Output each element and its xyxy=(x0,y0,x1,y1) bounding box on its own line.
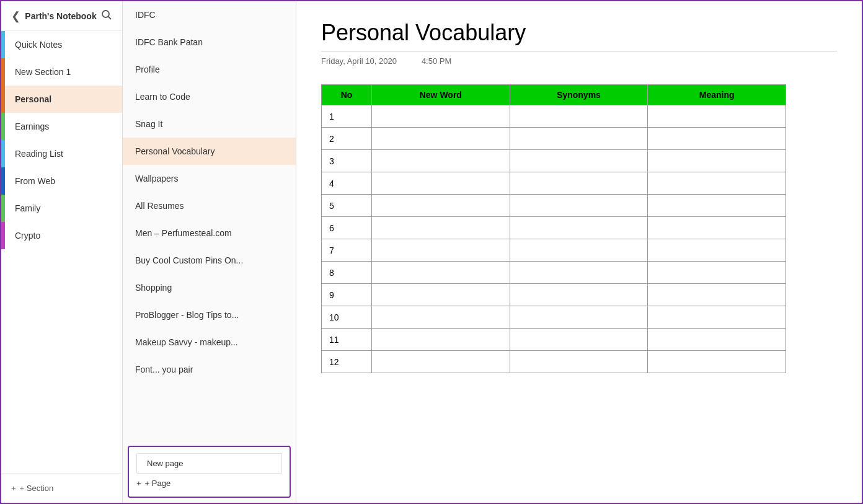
table-cell-r5-c1[interactable] xyxy=(371,195,510,217)
table-cell-r2-c1[interactable] xyxy=(371,128,510,150)
search-icon xyxy=(101,9,112,20)
page-item-wallpapers[interactable]: Wallpapers xyxy=(123,165,296,192)
table-row: 2 xyxy=(322,128,786,150)
sidebar-item-reading-list[interactable]: Reading List xyxy=(1,140,122,167)
table-row: 5 xyxy=(322,195,786,217)
page-item-problogger[interactable]: ProBlogger - Blog Tips to... xyxy=(123,301,296,329)
table-cell-r11-c2[interactable] xyxy=(510,329,648,351)
table-cell-r10-c2[interactable] xyxy=(510,306,648,329)
table-cell-r12-c1[interactable] xyxy=(371,351,510,373)
table-cell-r12-c3[interactable] xyxy=(648,351,786,373)
table-cell-r7-c2[interactable] xyxy=(510,239,648,262)
page-time: 4:50 PM xyxy=(422,56,451,66)
table-cell-r10-c1[interactable] xyxy=(371,306,510,329)
pages-panel: IDFCIDFC Bank PatanProfileLearn to CodeS… xyxy=(123,1,296,503)
table-cell-r10-c0: 10 xyxy=(322,306,372,329)
table-cell-r1-c0: 1 xyxy=(322,105,372,128)
page-plus-icon: + xyxy=(136,479,141,488)
table-header-meaning: Meaning xyxy=(648,85,786,105)
table-row: 11 xyxy=(322,329,786,351)
table-row: 9 xyxy=(322,284,786,306)
table-cell-r11-c0: 11 xyxy=(322,329,372,351)
back-button[interactable]: ❮ xyxy=(9,7,23,25)
search-button[interactable] xyxy=(99,7,115,25)
table-cell-r5-c0: 5 xyxy=(322,195,372,217)
svg-point-0 xyxy=(102,11,109,17)
table-cell-r3-c3[interactable] xyxy=(648,150,786,172)
page-item-learn-to-code[interactable]: Learn to Code xyxy=(123,83,296,110)
sidebar-item-earnings[interactable]: Earnings xyxy=(1,113,122,140)
table-cell-r1-c2[interactable] xyxy=(510,105,648,128)
sidebar-bottom: + + Section xyxy=(1,473,122,503)
page-item-idfc[interactable]: IDFC xyxy=(123,1,296,29)
table-header-synonyms: Synonyms xyxy=(510,85,648,105)
add-section-label: + Section xyxy=(20,484,54,493)
page-item-all-resumes[interactable]: All Resumes xyxy=(123,192,296,219)
sidebar-item-from-web[interactable]: From Web xyxy=(1,167,122,195)
table-header-no: No xyxy=(322,85,372,105)
table-cell-r11-c3[interactable] xyxy=(648,329,786,351)
table-cell-r1-c3[interactable] xyxy=(648,105,786,128)
page-item-makeup-savvy[interactable]: Makeup Savvy - makeup... xyxy=(123,329,296,356)
sidebar-item-family[interactable]: Family xyxy=(1,195,122,222)
table-cell-r8-c1[interactable] xyxy=(371,262,510,284)
table-cell-r3-c1[interactable] xyxy=(371,150,510,172)
table-cell-r4-c0: 4 xyxy=(322,172,372,195)
main-content: Personal Vocabulary Friday, April 10, 20… xyxy=(296,1,862,503)
page-item-font[interactable]: Font... you pair xyxy=(123,356,296,383)
page-title: Personal Vocabulary xyxy=(321,20,837,51)
plus-icon: + xyxy=(11,484,16,493)
table-cell-r9-c2[interactable] xyxy=(510,284,648,306)
new-page-tooltip[interactable]: New page xyxy=(136,453,282,474)
table-cell-r6-c2[interactable] xyxy=(510,217,648,239)
table-row: 6 xyxy=(322,217,786,239)
table-cell-r8-c2[interactable] xyxy=(510,262,648,284)
page-item-profile[interactable]: Profile xyxy=(123,56,296,83)
table-cell-r12-c0: 12 xyxy=(322,351,372,373)
table-cell-r9-c0: 9 xyxy=(322,284,372,306)
sidebar-item-personal[interactable]: Personal xyxy=(1,86,122,113)
page-item-buy-cool-custom-pins[interactable]: Buy Cool Custom Pins On... xyxy=(123,247,296,274)
sidebar-item-quick-notes[interactable]: Quick Notes xyxy=(1,31,122,58)
page-item-shopping[interactable]: Shopping xyxy=(123,274,296,301)
table-cell-r2-c0: 2 xyxy=(322,128,372,150)
table-cell-r3-c2[interactable] xyxy=(510,150,648,172)
table-cell-r5-c2[interactable] xyxy=(510,195,648,217)
page-item-men-perfumesteal[interactable]: Men – Perfumesteal.com xyxy=(123,219,296,247)
page-item-snag-it[interactable]: Snag It xyxy=(123,110,296,138)
table-cell-r10-c3[interactable] xyxy=(648,306,786,329)
table-cell-r9-c3[interactable] xyxy=(648,284,786,306)
table-cell-r6-c3[interactable] xyxy=(648,217,786,239)
sidebar-item-new-section1[interactable]: New Section 1 xyxy=(1,58,122,86)
table-cell-r4-c2[interactable] xyxy=(510,172,648,195)
table-cell-r5-c3[interactable] xyxy=(648,195,786,217)
sidebar-item-crypto[interactable]: Crypto xyxy=(1,222,122,249)
table-cell-r7-c1[interactable] xyxy=(371,239,510,262)
table-cell-r7-c3[interactable] xyxy=(648,239,786,262)
sidebar-title: Parth's Notebook xyxy=(23,11,99,21)
table-cell-r2-c3[interactable] xyxy=(648,128,786,150)
table-row: 7 xyxy=(322,239,786,262)
table-cell-r2-c2[interactable] xyxy=(510,128,648,150)
table-row: 12 xyxy=(322,351,786,373)
add-section-button[interactable]: + + Section xyxy=(11,481,53,495)
page-item-idfc-bank-patan[interactable]: IDFC Bank Patan xyxy=(123,29,296,56)
add-page-button[interactable]: + + Page xyxy=(136,476,170,490)
table-header-new-word: New Word xyxy=(371,85,510,105)
pages-bottom-bar: New page + + Page xyxy=(128,446,291,498)
table-cell-r6-c1[interactable] xyxy=(371,217,510,239)
table-cell-r1-c1[interactable] xyxy=(371,105,510,128)
table-cell-r9-c1[interactable] xyxy=(371,284,510,306)
table-cell-r11-c1[interactable] xyxy=(371,329,510,351)
table-cell-r4-c1[interactable] xyxy=(371,172,510,195)
table-cell-r8-c3[interactable] xyxy=(648,262,786,284)
table-cell-r12-c2[interactable] xyxy=(510,351,648,373)
add-page-label: + Page xyxy=(145,479,171,488)
vocabulary-table: NoNew WordSynonymsMeaning 12345678910111… xyxy=(321,84,786,373)
page-date: Friday, April 10, 2020 xyxy=(321,56,397,66)
table-cell-r7-c0: 7 xyxy=(322,239,372,262)
sidebar: ❮ Parth's Notebook Quick NotesNew Sectio… xyxy=(1,1,123,503)
sidebar-header: ❮ Parth's Notebook xyxy=(1,1,122,31)
table-cell-r4-c3[interactable] xyxy=(648,172,786,195)
page-item-personal-vocabulary[interactable]: Personal Vocabulary xyxy=(123,138,296,165)
